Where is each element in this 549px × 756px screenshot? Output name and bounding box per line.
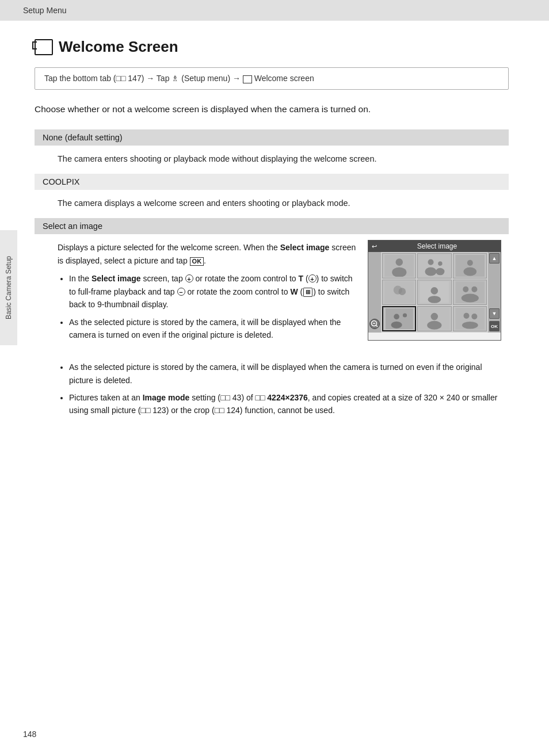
- svg-point-33: [471, 314, 477, 319]
- svg-point-23: [461, 294, 478, 303]
- up-button[interactable]: ▲: [489, 253, 500, 264]
- section-none-header: None (default setting): [35, 129, 509, 146]
- bottom-bullet-list: As the selected picture is stored by the…: [58, 361, 501, 417]
- camera-left-controls: [368, 252, 381, 333]
- camera-ui-body: ▲ ▼ OK: [368, 252, 501, 333]
- side-label: Basic Camera Setup: [5, 256, 13, 319]
- bottom-bullet-2: As the selected picture is stored by the…: [69, 361, 501, 387]
- section-select-image: Select an image Displays a picture selec…: [35, 218, 509, 430]
- svg-point-19: [428, 296, 441, 303]
- thumb-6: [453, 280, 487, 305]
- svg-point-21: [463, 287, 468, 292]
- nav-breadcrumb: Tap the bottom tab (□□ 147) → Tap ♗ (Set…: [35, 67, 509, 90]
- select-image-intro: Displays a picture selected for the welc…: [58, 241, 360, 268]
- section-coolpix-content: The camera displays a welcome screen and…: [35, 190, 509, 218]
- section-coolpix: COOLPIX The camera displays a welcome sc…: [35, 174, 509, 218]
- nav-text: Tap the bottom tab (□□ 147) → Tap ♗ (Set…: [44, 74, 314, 83]
- back-arrow-icon: ↩: [372, 243, 377, 250]
- main-content: Welcome Screen Tap the bottom tab (□□ 14…: [0, 21, 532, 453]
- thumb-2: [417, 253, 451, 278]
- svg-point-10: [436, 268, 445, 276]
- select-image-text: Displays a picture selected for the welc…: [35, 234, 368, 354]
- bottom-bullet-3: Pictures taken at an Image mode setting …: [69, 391, 501, 417]
- camera-right-controls: ▲ ▼ OK: [488, 252, 501, 333]
- svg-point-13: [463, 268, 476, 276]
- section-select-image-header: Select an image: [35, 218, 509, 234]
- svg-point-16: [398, 288, 406, 296]
- camera-ui-header: ↩ Select image: [368, 240, 501, 252]
- select-image-screenshot: ↩ Select image: [368, 240, 503, 354]
- thumb-5: [417, 280, 451, 305]
- section-coolpix-header: COOLPIX: [35, 174, 509, 190]
- thumb-1: [382, 253, 416, 278]
- svg-point-7: [428, 259, 434, 265]
- svg-point-30: [427, 321, 441, 330]
- top-bar-label: Setup Menu: [23, 6, 67, 15]
- select-image-body: Displays a picture selected for the welc…: [35, 234, 509, 354]
- ok-button[interactable]: OK: [489, 321, 500, 331]
- thumbnails-grid: [381, 252, 488, 333]
- side-label-wrapper: Basic Camera Setup: [0, 230, 17, 345]
- bottom-notes: As the selected picture is stored by the…: [35, 354, 509, 430]
- svg-point-4: [395, 259, 403, 266]
- section-none: None (default setting) The camera enters…: [35, 129, 509, 174]
- svg-point-25: [394, 314, 399, 320]
- page-title: Welcome Screen: [59, 38, 178, 56]
- svg-point-26: [403, 314, 407, 318]
- section-none-content: The camera enters shooting or playback m…: [35, 146, 509, 174]
- svg-point-22: [471, 287, 477, 292]
- svg-point-8: [425, 268, 437, 276]
- page-title-row: Welcome Screen: [35, 38, 509, 56]
- intro-text: Choose whether or not a welcome screen i…: [35, 102, 509, 117]
- camera-ui-title: Select image: [377, 242, 497, 250]
- svg-point-29: [431, 313, 439, 320]
- svg-point-9: [438, 262, 443, 266]
- svg-point-32: [463, 313, 469, 319]
- bullet-list: In the Select image screen, tap + or rot…: [58, 272, 360, 341]
- svg-point-27: [391, 322, 402, 329]
- thumb-4: [382, 280, 416, 305]
- svg-point-18: [431, 287, 439, 295]
- svg-point-12: [467, 260, 472, 266]
- thumb-9: [453, 306, 487, 331]
- camera-ui-mockup: ↩ Select image: [368, 240, 501, 341]
- welcome-screen-icon: [35, 39, 53, 55]
- bullet-item-2: As the selected picture is stored by the…: [69, 316, 360, 342]
- page-number: 148: [23, 730, 36, 739]
- svg-point-34: [462, 322, 478, 329]
- svg-line-2: [376, 325, 378, 327]
- zoom-minus-icon: [369, 319, 380, 329]
- ok-icon-inline: OK: [190, 257, 204, 266]
- down-button[interactable]: ▼: [489, 308, 500, 319]
- grid-icon-inline: ⊞: [303, 288, 312, 297]
- bullet-item-1: In the Select image screen, tap + or rot…: [69, 272, 360, 311]
- thumb-7: [382, 306, 416, 331]
- thumb-8: [417, 306, 451, 331]
- thumb-3: [453, 253, 487, 278]
- top-bar: Setup Menu: [0, 0, 549, 21]
